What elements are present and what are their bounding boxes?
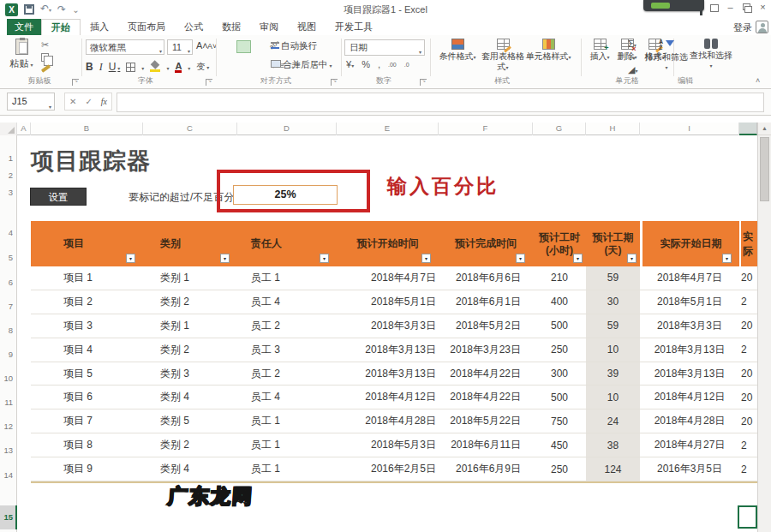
number-format-select[interactable]: 日期▾ bbox=[344, 39, 425, 56]
table-cell[interactable]: 2018年6月11日 bbox=[439, 433, 533, 457]
filter-dropdown-icon[interactable] bbox=[573, 254, 583, 263]
table-cell[interactable]: 2016年2月5日 bbox=[337, 457, 439, 481]
table-cell[interactable]: 项目 5 bbox=[31, 362, 143, 386]
table-cell[interactable]: 38 bbox=[586, 433, 640, 457]
table-cell[interactable]: 750 bbox=[533, 409, 586, 433]
table-cell[interactable]: 员工 1 bbox=[237, 409, 337, 433]
row-header-7[interactable]: 7 bbox=[9, 302, 13, 311]
decrease-decimal-icon[interactable]: .0 bbox=[404, 62, 409, 68]
table-cell[interactable]: 员工 4 bbox=[237, 290, 337, 314]
font-color-dropdown-icon[interactable] bbox=[188, 62, 190, 72]
row-header-active[interactable]: 15 bbox=[0, 505, 17, 529]
table-cell[interactable]: 2018年5月1日 bbox=[337, 290, 439, 314]
table-cell[interactable]: 项目 7 bbox=[31, 409, 143, 433]
table-cell[interactable]: 2018年3月13日 bbox=[640, 362, 739, 386]
select-all-corner[interactable] bbox=[0, 123, 17, 135]
table-cell[interactable]: 2018年4月22日 bbox=[439, 362, 533, 386]
column-header-letter-A[interactable]: A bbox=[17, 123, 31, 135]
table-cell[interactable]: 10 bbox=[586, 386, 640, 409]
tab-公式[interactable]: 公式 bbox=[175, 19, 212, 35]
table-cell[interactable]: 2018年5月22日 bbox=[439, 409, 533, 433]
table-cell[interactable]: 2018年3月13日 bbox=[640, 338, 739, 362]
scrollbar-thumb[interactable] bbox=[760, 137, 769, 201]
font-size-select[interactable]: 11▾ bbox=[167, 39, 193, 55]
table-cell[interactable]: 2018年6月1日 bbox=[439, 290, 533, 314]
name-box[interactable]: J15▾ bbox=[7, 93, 55, 111]
table-cell[interactable]: 类别 2 bbox=[143, 433, 237, 457]
tab-插入[interactable]: 插入 bbox=[81, 19, 118, 35]
table-cell[interactable]: 2018年4月28日 bbox=[337, 409, 439, 433]
active-cell-selection[interactable] bbox=[738, 505, 757, 529]
row-header-1[interactable]: 1 bbox=[9, 153, 13, 163]
table-cell[interactable]: 员工 1 bbox=[237, 433, 337, 457]
table-cell[interactable]: 59 bbox=[586, 266, 640, 290]
tab-审阅[interactable]: 审阅 bbox=[250, 19, 288, 35]
table-cell[interactable]: 39 bbox=[586, 362, 640, 386]
filter-dropdown-icon[interactable] bbox=[722, 254, 732, 263]
align-top-icon[interactable] bbox=[219, 40, 234, 53]
table-cell[interactable]: 类别 1 bbox=[143, 266, 237, 290]
row-header-13[interactable]: 13 bbox=[3, 445, 13, 455]
clear-icon[interactable]: ◢ bbox=[628, 64, 637, 75]
table-cell[interactable]: 项目 4 bbox=[31, 338, 143, 362]
sort-filter-button[interactable]: 排序和筛选 bbox=[644, 39, 689, 71]
tab-file[interactable]: 文件 bbox=[7, 19, 41, 35]
table-cell[interactable]: 500 bbox=[533, 386, 586, 409]
table-cell[interactable]: 员工 2 bbox=[237, 362, 337, 386]
table-cell[interactable]: 250 bbox=[533, 338, 586, 362]
cancel-icon[interactable]: ✕ bbox=[69, 97, 76, 106]
phonetic-guide-icon[interactable]: 变 bbox=[196, 61, 209, 73]
row-header-14[interactable]: 14 bbox=[3, 470, 13, 480]
filter-dropdown-icon[interactable] bbox=[320, 254, 329, 263]
increase-decimal-icon[interactable]: .00 bbox=[388, 62, 397, 68]
table-cell[interactable]: 类别 1 bbox=[143, 314, 237, 338]
table-cell[interactable]: 20 bbox=[739, 266, 757, 290]
font-color-icon[interactable]: A bbox=[175, 62, 182, 73]
table-cell[interactable]: 2018年3月13日 bbox=[337, 338, 439, 362]
column-header-letter-G[interactable]: G bbox=[533, 123, 586, 135]
clipboard-dialog-launcher-icon[interactable] bbox=[72, 79, 79, 86]
enter-icon[interactable]: ✓ bbox=[85, 97, 92, 106]
row-header-2[interactable]: 2 bbox=[9, 170, 13, 180]
row-header-11[interactable]: 11 bbox=[4, 398, 13, 407]
font-name-select[interactable]: 微软雅黑▾ bbox=[86, 39, 164, 55]
table-cell[interactable]: 20 bbox=[739, 409, 757, 433]
number-dialog-launcher-icon[interactable] bbox=[420, 79, 427, 86]
row-header-8[interactable]: 8 bbox=[9, 326, 13, 335]
table-cell[interactable]: 项目 6 bbox=[31, 386, 143, 409]
column-header-letter-D[interactable]: D bbox=[237, 123, 337, 135]
tab-页面布局[interactable]: 页面布局 bbox=[118, 19, 175, 35]
alignment-dialog-launcher-icon[interactable] bbox=[331, 79, 338, 86]
insert-cells-button[interactable]: + 插入 bbox=[586, 39, 613, 62]
table-cell[interactable]: 2018年5月2日 bbox=[439, 314, 533, 338]
table-cell[interactable]: 2 bbox=[739, 433, 757, 457]
table-cell[interactable]: 类别 4 bbox=[143, 386, 237, 409]
table-cell[interactable]: 员工 3 bbox=[237, 338, 337, 362]
align-bottom-icon[interactable] bbox=[254, 40, 268, 53]
ribbon-display-options-icon[interactable] bbox=[708, 2, 720, 14]
autosum-icon[interactable]: Σ bbox=[628, 39, 637, 49]
table-cell[interactable]: 项目 3 bbox=[31, 314, 143, 338]
filter-dropdown-icon[interactable] bbox=[421, 254, 431, 263]
row-header-3[interactable]: 3 bbox=[9, 188, 13, 197]
wrap-text-button[interactable]: 自动换行 bbox=[271, 40, 317, 52]
column-header-selected-partial[interactable] bbox=[739, 123, 757, 135]
copy-icon[interactable] bbox=[41, 53, 49, 62]
table-cell[interactable]: 项目 9 bbox=[31, 457, 143, 481]
table-cell[interactable]: 400 bbox=[533, 290, 586, 314]
percent-style-icon[interactable]: % bbox=[362, 59, 370, 69]
table-cell[interactable]: 2016年6月9日 bbox=[439, 457, 533, 481]
fill-color-dropdown-icon[interactable] bbox=[166, 62, 169, 72]
table-cell[interactable]: 2 bbox=[739, 457, 757, 481]
table-cell[interactable]: 2018年4月7日 bbox=[640, 266, 739, 290]
table-cell[interactable]: 20 bbox=[739, 386, 757, 409]
table-cell[interactable]: 2018年6月6日 bbox=[439, 266, 533, 290]
align-right-icon[interactable] bbox=[254, 59, 268, 72]
table-cell[interactable]: 2018年4月28日 bbox=[640, 409, 739, 433]
conditional-formatting-button[interactable]: 条件格式 bbox=[433, 39, 481, 62]
format-painter-icon[interactable] bbox=[41, 64, 51, 73]
merge-center-button[interactable]: 合并后居中 bbox=[271, 59, 332, 71]
user-avatar-icon[interactable] bbox=[756, 21, 768, 33]
row-header-4[interactable]: 4 bbox=[9, 228, 13, 237]
filter-dropdown-icon[interactable] bbox=[220, 254, 230, 263]
